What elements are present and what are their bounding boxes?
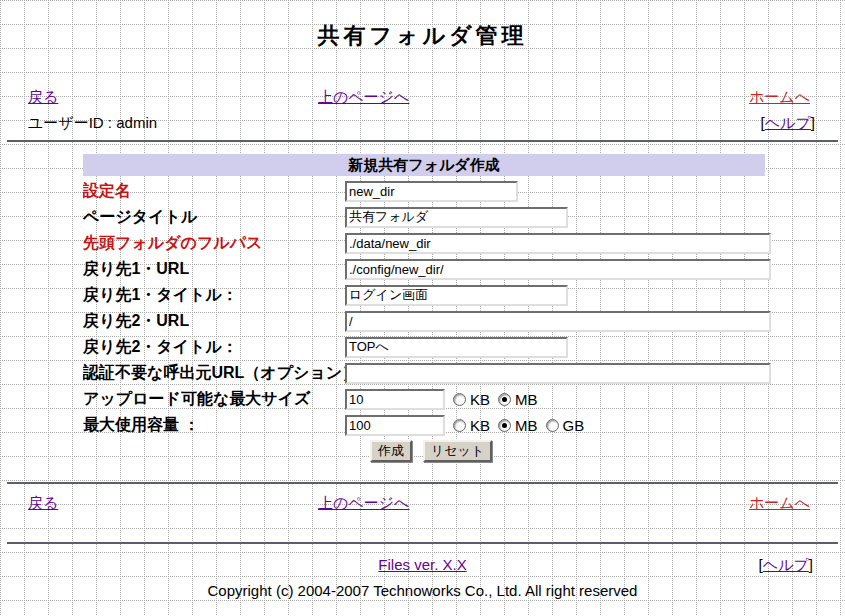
divider [7,482,838,484]
field-label: 戻り先2・タイトル： [83,337,345,358]
form-row: 設定名 [83,180,765,202]
field-label: 戻り先1・タイトル： [83,285,345,306]
radio-kb[interactable] [453,393,466,406]
field-cell [345,363,771,384]
user-meta-row: ユーザーID : admin [ヘルプ] [0,114,845,132]
field-cell [345,207,568,228]
up-page-link[interactable]: 上のページへ [318,494,409,513]
field-input-5[interactable] [345,311,771,332]
field-label: アップロード可能な最大サイズ [83,389,345,410]
field-label: 戻り先2・URL [83,311,345,332]
radio-label: MB [515,417,538,434]
page-title: 共有フォルダ管理 [0,24,845,48]
help-link[interactable]: ヘルプ [765,114,811,131]
form-row: 戻り先2・URL [83,310,765,332]
help-link-top: [ヘルプ] [761,114,815,133]
field-label: ページタイトル [83,207,345,228]
field-label: 設定名 [83,181,345,202]
unit-option: GB [546,417,585,434]
help-link-bottom: [ヘルプ] [759,556,813,575]
form-row: 認証不要な呼出元URL（オプション） [83,362,765,384]
form-row: 戻り先2・タイトル： [83,336,765,358]
radio-label: KB [470,417,490,434]
field-label: 先頭フォルダのフルパス [83,233,345,254]
user-id-text: ユーザーID : admin [28,114,157,131]
radio-label: MB [515,391,538,408]
field-label: 戻り先1・URL [83,259,345,280]
field-input-8[interactable] [345,389,445,410]
field-label: 認証不要な呼出元URL（オプション） [83,363,345,384]
bracket-close: ] [811,114,815,131]
form-row: 先頭フォルダのフルパス [83,232,765,254]
page: 共有フォルダ管理 戻る 上のページへ ホームへ ユーザーID : admin [… [0,24,845,599]
form-row: アップロード可能な最大サイズKBMB [83,388,765,410]
field-cell [345,285,568,306]
field-input-3[interactable] [345,259,771,280]
bottom-nav: 戻る 上のページへ ホームへ [0,494,845,512]
field-input-7[interactable] [345,363,771,384]
radio-label: GB [563,417,585,434]
form-row: ページタイトル [83,206,765,228]
version-link[interactable]: Files ver. X.X [378,556,466,573]
field-cell [345,337,568,358]
back-link[interactable]: 戻る [28,494,58,511]
field-input-1[interactable] [345,207,568,228]
unit-option: MB [498,391,538,408]
help-link[interactable]: ヘルプ [763,556,809,573]
radio-mb[interactable] [498,419,511,432]
up-page-link[interactable]: 上のページへ [318,88,409,107]
back-link[interactable]: 戻る [28,88,58,105]
form-row: 戻り先1・タイトル： [83,284,765,306]
field-input-2[interactable] [345,233,771,254]
field-cell [345,233,771,254]
version-row: Files ver. X.X [ヘルプ] [0,556,845,574]
field-input-4[interactable] [345,285,568,306]
copyright-text: Copyright (c) 2004-2007 Technoworks Co.,… [0,582,845,599]
form-title: 新規共有フォルダ作成 [83,154,765,176]
unit-option: KB [453,391,490,408]
field-input-6[interactable] [345,337,568,358]
field-cell [345,181,518,202]
radio-gb[interactable] [546,419,559,432]
field-input-9[interactable] [345,415,445,436]
form-rows: 設定名ページタイトル先頭フォルダのフルパス戻り先1・URL戻り先1・タイトル：戻… [83,180,765,436]
top-nav: 戻る 上のページへ ホームへ [0,88,845,106]
form-row: 戻り先1・URL [83,258,765,280]
field-label: 最大使用容量 ： [83,415,345,436]
field-cell: KBMB [345,389,538,410]
divider [7,542,838,544]
field-cell [345,311,771,332]
radio-label: KB [470,391,490,408]
form-buttons: 作成 リセット [370,440,765,462]
home-link[interactable]: ホームへ [749,88,810,107]
new-folder-form: 新規共有フォルダ作成 設定名ページタイトル先頭フォルダのフルパス戻り先1・URL… [83,154,765,462]
form-row: 最大使用容量 ：KBMBGB [83,414,765,436]
field-cell [345,259,771,280]
create-button[interactable]: 作成 [370,440,412,462]
unit-option: MB [498,417,538,434]
reset-button[interactable]: リセット [423,440,492,462]
field-input-0[interactable] [345,181,518,202]
unit-option: KB [453,417,490,434]
field-cell: KBMBGB [345,415,584,436]
bracket-close: ] [809,556,813,573]
home-link[interactable]: ホームへ [749,494,810,513]
radio-kb[interactable] [453,419,466,432]
radio-mb[interactable] [498,393,511,406]
divider [7,140,838,142]
